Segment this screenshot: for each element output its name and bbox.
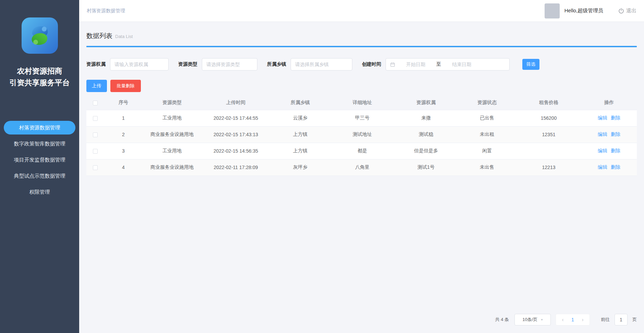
cell-address: 都是 <box>330 143 394 159</box>
end-date-input[interactable] <box>441 62 482 67</box>
delete-link[interactable]: 删除 <box>611 164 620 170</box>
sidebar-menu: 村落资源数据管理数字政策智库数据管理项目开发监督数据管理典型试点示范数据管理权限… <box>0 121 79 201</box>
upload-button[interactable]: 上传 <box>86 80 107 92</box>
select-all-header <box>86 95 104 110</box>
created-filter-label: 创建时间 <box>362 61 381 67</box>
avatar <box>545 3 560 18</box>
prev-page-button[interactable]: ‹ <box>558 317 568 322</box>
type-filter-input[interactable] <box>202 58 257 71</box>
sidebar-item-4[interactable]: 权限管理 <box>4 185 75 199</box>
sidebar-item-0[interactable]: 村落资源数据管理 <box>4 121 75 135</box>
date-range-picker[interactable]: 至 <box>386 58 510 71</box>
row-select-cell <box>86 110 104 126</box>
delete-link[interactable]: 删除 <box>611 131 620 137</box>
cell-price <box>516 143 581 159</box>
total-count: 共 4 条 <box>495 317 509 323</box>
owner-filter-input[interactable] <box>110 58 169 71</box>
edit-link[interactable]: 编辑 <box>598 148 607 153</box>
sidebar-item-3[interactable]: 典型试点示范数据管理 <box>4 169 75 183</box>
spacer <box>86 176 637 314</box>
logout-label: 退出 <box>626 8 636 14</box>
batch-delete-button[interactable]: 批量删除 <box>110 80 141 92</box>
page-title-row: 数据列表 Data List <box>86 31 637 40</box>
cell-address: 八角里 <box>330 159 394 176</box>
page-number[interactable]: 1 <box>568 317 578 322</box>
cell-owner: 来撒 <box>394 110 458 126</box>
topbar: 村落资源数据管理 Hello,超级管理员 退出 <box>79 0 644 22</box>
table-body: 1工业用地2022-02-15 17:44:55云溪乡甲三号来撒已出售15620… <box>86 110 637 176</box>
title-divider <box>86 46 637 47</box>
table-row: 1工业用地2022-02-15 17:44:55云溪乡甲三号来撒已出售15620… <box>86 110 637 126</box>
cell-owner: 测试1号 <box>394 159 458 176</box>
user-greeting: Hello,超级管理员 <box>564 8 603 14</box>
sidebar-item-1[interactable]: 数字政策智库数据管理 <box>4 137 75 151</box>
town-filter-label: 所属乡镇 <box>267 61 286 67</box>
chevron-down-icon: ▾ <box>541 318 543 321</box>
delete-link[interactable]: 删除 <box>611 115 620 120</box>
cell-no: 4 <box>104 159 143 176</box>
edit-link[interactable]: 编辑 <box>598 164 607 170</box>
cell-time: 2022-02-15 17:43:13 <box>202 126 270 143</box>
breadcrumb: 村落资源数据管理 <box>87 8 125 14</box>
page-unit-label: 页 <box>632 317 637 323</box>
cell-operations: 编辑删除 <box>581 126 637 143</box>
column-header-1: 资源类型 <box>143 95 202 110</box>
cell-owner: 但是但是多 <box>394 143 458 159</box>
table-row: 2商业服务业设施用地2022-02-15 17:43:13上方镇测试地址测试稳未… <box>86 126 637 143</box>
goto-label: 前往 <box>601 317 610 323</box>
cell-address: 甲三号 <box>330 110 394 126</box>
filter-bar: 资源权属 资源类型 所属乡镇 创建时间 至 <box>86 58 637 71</box>
sidebar-item-2[interactable]: 项目开发监督数据管理 <box>4 153 75 167</box>
cell-status: 未出售 <box>458 159 516 176</box>
cell-type: 商业服务业设施用地 <box>143 126 202 143</box>
town-filter-input[interactable] <box>291 58 352 71</box>
content: 数据列表 Data List 资源权属 资源类型 所属乡镇 创建时间 <box>79 22 644 333</box>
cell-operations: 编辑删除 <box>581 159 637 176</box>
goto-page-input[interactable] <box>615 314 628 325</box>
delete-link[interactable]: 删除 <box>611 148 620 153</box>
logout-button[interactable]: 退出 <box>618 8 636 14</box>
column-header-4: 详细地址 <box>330 95 394 110</box>
user-area: Hello,超级管理员 退出 <box>545 3 636 18</box>
column-header-3: 所属乡镇 <box>270 95 330 110</box>
cell-address: 测试地址 <box>330 126 394 143</box>
cell-type: 商业服务业设施用地 <box>143 159 202 176</box>
data-table: 序号资源类型上传时间所属乡镇详细地址资源权属资源状态租售价格操作 1工业用地20… <box>86 95 637 176</box>
page-size-value: 10条/页 <box>522 317 537 323</box>
cell-no: 3 <box>104 143 143 159</box>
page-title: 数据列表 <box>86 31 112 40</box>
row-checkbox[interactable] <box>93 149 98 154</box>
cell-time: 2022-02-15 17:44:55 <box>202 110 270 126</box>
cell-owner: 测试稳 <box>394 126 458 143</box>
row-checkbox[interactable] <box>93 132 98 137</box>
select-all-checkbox[interactable] <box>93 101 98 105</box>
column-header-6: 资源状态 <box>458 95 516 110</box>
cell-price: 156200 <box>516 110 581 126</box>
cell-town: 灰坪乡 <box>270 159 330 176</box>
column-header-0: 序号 <box>104 95 143 110</box>
app-logo-icon <box>22 17 58 54</box>
row-select-cell <box>86 126 104 143</box>
edit-link[interactable]: 编辑 <box>598 115 607 120</box>
row-select-cell <box>86 143 104 159</box>
cell-time: 2022-02-11 17:28:09 <box>202 159 270 176</box>
cell-town: 上方镇 <box>270 126 330 143</box>
row-checkbox[interactable] <box>93 116 98 121</box>
brand-line2: 引资共享服务平台 <box>10 77 70 89</box>
column-header-5: 资源权属 <box>394 95 458 110</box>
actions-row: 上传 批量删除 <box>86 80 637 92</box>
cell-no: 2 <box>104 126 143 143</box>
column-header-7: 租售价格 <box>516 95 581 110</box>
page-size-select[interactable]: 10条/页 ▾ <box>514 314 551 325</box>
start-date-input[interactable] <box>395 62 436 67</box>
owner-filter-label: 资源权属 <box>86 61 106 67</box>
cell-type: 工业用地 <box>143 110 202 126</box>
next-page-button[interactable]: › <box>578 317 587 322</box>
cell-operations: 编辑删除 <box>581 143 637 159</box>
filter-button[interactable]: 筛选 <box>522 59 539 70</box>
edit-link[interactable]: 编辑 <box>598 131 607 137</box>
cell-type: 工业用地 <box>143 143 202 159</box>
cell-price: 12351 <box>516 126 581 143</box>
cell-time: 2022-02-15 14:56:35 <box>202 143 270 159</box>
row-checkbox[interactable] <box>93 165 98 170</box>
